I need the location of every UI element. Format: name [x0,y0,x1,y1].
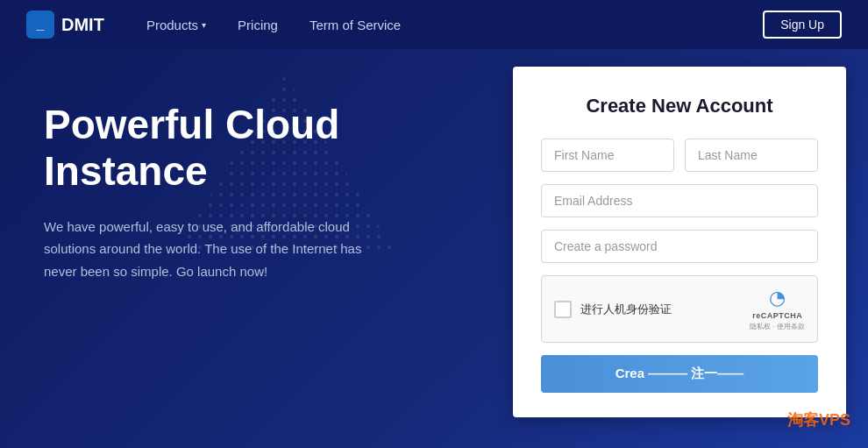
nav-links: Products ▾ Pricing Term of Service [131,0,447,49]
watermark: 淘客VPS [787,409,850,430]
password-input[interactable] [541,230,818,263]
name-row [541,139,818,172]
navbar: _ DMIT Products ▾ Pricing Term of Servic… [0,0,868,49]
last-name-input[interactable] [685,139,818,172]
captcha-checkbox[interactable] [554,301,572,318]
nav-pricing[interactable]: Pricing [222,0,294,49]
nav-products[interactable]: Products ▾ [131,0,222,49]
recaptcha-links: 隐私权 · 使用条款 [750,322,805,331]
signup-button[interactable]: Sign Up [763,11,842,39]
signup-form-card: Create New Account 进行人机身份验证 ◔ reCAPTCHA [513,67,846,417]
hero-section: Powerful Cloud Instance We have powerful… [0,49,491,448]
first-name-input[interactable] [541,139,674,172]
recaptcha-icon: ◔ [769,287,786,309]
create-account-button[interactable]: Crea ——— 注一—— [541,355,818,393]
logo-icon: _ [26,11,54,39]
captcha-left: 进行人机身份验证 [554,301,672,318]
captcha-right: ◔ reCAPTCHA 隐私权 · 使用条款 [750,287,805,331]
logo-text: DMIT [61,15,104,35]
recaptcha-label: reCAPTCHA [752,311,802,320]
chevron-down-icon: ▾ [202,20,206,30]
hero-title: Powerful Cloud Instance [44,102,447,195]
nav-tos[interactable]: Term of Service [294,0,416,49]
captcha-label: 进行人机身份验证 [580,302,672,317]
logo[interactable]: _ DMIT [26,11,104,39]
main-content: Powerful Cloud Instance We have powerful… [0,49,868,448]
form-title: Create New Account [541,95,818,117]
captcha-box[interactable]: 进行人机身份验证 ◔ reCAPTCHA 隐私权 · 使用条款 [541,275,818,343]
hero-subtitle: We have powerful, easy to use, and affor… [44,216,377,283]
email-input[interactable] [541,184,818,217]
form-section: Create New Account 进行人机身份验证 ◔ reCAPTCHA [491,49,868,448]
